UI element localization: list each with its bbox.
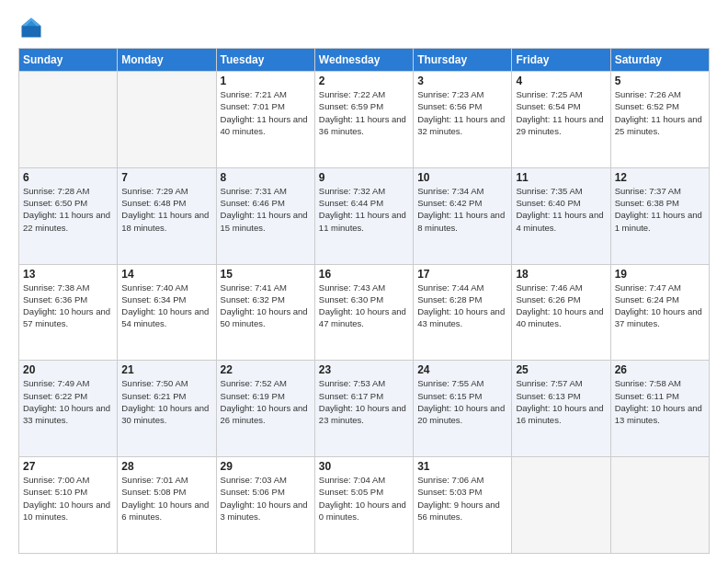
day-number: 3: [417, 75, 507, 87]
calendar-cell: 20Sunrise: 7:49 AMSunset: 6:22 PMDayligh…: [19, 361, 118, 457]
day-number: 10: [417, 171, 507, 184]
calendar-cell: 13Sunrise: 7:38 AMSunset: 6:36 PMDayligh…: [19, 264, 118, 361]
calendar-cell: 4Sunrise: 7:25 AMSunset: 6:54 PMDaylight…: [512, 72, 610, 168]
day-number: 9: [319, 171, 409, 184]
calendar-cell: 30Sunrise: 7:04 AMSunset: 5:05 PMDayligh…: [314, 457, 413, 554]
day-number: 25: [516, 363, 606, 376]
calendar-cell: 28Sunrise: 7:01 AMSunset: 5:08 PMDayligh…: [118, 457, 216, 554]
day-number: 2: [319, 75, 409, 87]
day-info: Sunrise: 7:35 AMSunset: 6:40 PMDaylight:…: [516, 185, 606, 234]
day-number: 21: [121, 363, 211, 376]
calendar-cell: 21Sunrise: 7:50 AMSunset: 6:21 PMDayligh…: [118, 361, 216, 457]
calendar-cell: 12Sunrise: 7:37 AMSunset: 6:38 PMDayligh…: [610, 167, 709, 264]
day-of-week-row: SundayMondayTuesdayWednesdayThursdayFrid…: [19, 49, 710, 72]
day-number: 15: [221, 268, 311, 281]
day-number: 1: [221, 75, 311, 87]
calendar-cell: 17Sunrise: 7:44 AMSunset: 6:28 PMDayligh…: [414, 264, 512, 361]
day-info: Sunrise: 7:22 AMSunset: 6:59 PMDaylight:…: [319, 88, 409, 137]
day-header-saturday: Saturday: [610, 49, 709, 72]
day-number: 30: [319, 460, 409, 473]
day-info: Sunrise: 7:46 AMSunset: 6:26 PMDaylight:…: [516, 282, 606, 330]
day-info: Sunrise: 7:06 AMSunset: 5:03 PMDaylight:…: [417, 474, 507, 523]
day-number: 12: [615, 171, 705, 184]
day-number: 27: [23, 460, 113, 473]
calendar-cell: [512, 457, 610, 554]
calendar-cell: 26Sunrise: 7:58 AMSunset: 6:11 PMDayligh…: [610, 361, 709, 457]
day-info: Sunrise: 7:23 AMSunset: 6:56 PMDaylight:…: [417, 88, 507, 137]
day-info: Sunrise: 7:49 AMSunset: 6:22 PMDaylight:…: [23, 377, 113, 426]
day-info: Sunrise: 7:00 AMSunset: 5:10 PMDaylight:…: [23, 474, 113, 523]
day-info: Sunrise: 7:03 AMSunset: 5:06 PMDaylight:…: [221, 474, 311, 523]
calendar-week-1: 1Sunrise: 7:21 AMSunset: 7:01 PMDaylight…: [19, 72, 710, 168]
calendar-cell: 1Sunrise: 7:21 AMSunset: 7:01 PMDaylight…: [216, 72, 314, 168]
day-info: Sunrise: 7:37 AMSunset: 6:38 PMDaylight:…: [615, 185, 705, 234]
day-info: Sunrise: 7:38 AMSunset: 6:36 PMDaylight:…: [23, 282, 113, 330]
day-info: Sunrise: 7:44 AMSunset: 6:28 PMDaylight:…: [417, 282, 507, 330]
calendar-cell: [118, 72, 216, 168]
calendar-cell: 8Sunrise: 7:31 AMSunset: 6:46 PMDaylight…: [216, 167, 314, 264]
calendar-cell: 29Sunrise: 7:03 AMSunset: 5:06 PMDayligh…: [216, 457, 314, 554]
day-number: 17: [417, 268, 507, 281]
day-info: Sunrise: 7:53 AMSunset: 6:17 PMDaylight:…: [319, 377, 409, 426]
day-number: 20: [23, 363, 113, 376]
page: SundayMondayTuesdayWednesdayThursdayFrid…: [0, 0, 728, 563]
day-number: 13: [23, 268, 113, 281]
calendar-cell: 27Sunrise: 7:00 AMSunset: 5:10 PMDayligh…: [19, 457, 118, 554]
calendar-cell: 15Sunrise: 7:41 AMSunset: 6:32 PMDayligh…: [216, 264, 314, 361]
day-info: Sunrise: 7:41 AMSunset: 6:32 PMDaylight:…: [221, 282, 311, 330]
calendar-cell: 3Sunrise: 7:23 AMSunset: 6:56 PMDaylight…: [414, 72, 512, 168]
day-info: Sunrise: 7:01 AMSunset: 5:08 PMDaylight:…: [121, 474, 211, 523]
day-info: Sunrise: 7:04 AMSunset: 5:05 PMDaylight:…: [319, 474, 409, 523]
day-number: 23: [319, 363, 409, 376]
calendar-cell: 23Sunrise: 7:53 AMSunset: 6:17 PMDayligh…: [314, 361, 413, 457]
day-info: Sunrise: 7:55 AMSunset: 6:15 PMDaylight:…: [417, 377, 507, 426]
calendar-week-3: 13Sunrise: 7:38 AMSunset: 6:36 PMDayligh…: [19, 264, 710, 361]
day-number: 8: [221, 171, 311, 184]
day-number: 11: [516, 171, 606, 184]
day-info: Sunrise: 7:47 AMSunset: 6:24 PMDaylight:…: [615, 282, 705, 330]
calendar-cell: 11Sunrise: 7:35 AMSunset: 6:40 PMDayligh…: [512, 167, 610, 264]
day-number: 14: [121, 268, 211, 281]
calendar-cell: 16Sunrise: 7:43 AMSunset: 6:30 PMDayligh…: [314, 264, 413, 361]
calendar-cell: 31Sunrise: 7:06 AMSunset: 5:03 PMDayligh…: [414, 457, 512, 554]
calendar-cell: 5Sunrise: 7:26 AMSunset: 6:52 PMDaylight…: [610, 72, 709, 168]
day-info: Sunrise: 7:52 AMSunset: 6:19 PMDaylight:…: [221, 377, 311, 426]
day-header-monday: Monday: [118, 49, 216, 72]
calendar-cell: 24Sunrise: 7:55 AMSunset: 6:15 PMDayligh…: [414, 361, 512, 457]
day-info: Sunrise: 7:43 AMSunset: 6:30 PMDaylight:…: [319, 282, 409, 330]
day-number: 4: [516, 75, 606, 87]
day-number: 19: [615, 268, 705, 281]
calendar-cell: 19Sunrise: 7:47 AMSunset: 6:24 PMDayligh…: [610, 264, 709, 361]
logo: [18, 15, 48, 40]
calendar-week-4: 20Sunrise: 7:49 AMSunset: 6:22 PMDayligh…: [19, 361, 710, 457]
calendar-week-2: 6Sunrise: 7:28 AMSunset: 6:50 PMDaylight…: [19, 167, 710, 264]
day-info: Sunrise: 7:50 AMSunset: 6:21 PMDaylight:…: [121, 377, 211, 426]
day-header-friday: Friday: [512, 49, 610, 72]
day-info: Sunrise: 7:31 AMSunset: 6:46 PMDaylight:…: [221, 185, 311, 234]
day-number: 6: [23, 171, 113, 184]
day-number: 16: [319, 268, 409, 281]
day-number: 5: [615, 75, 705, 87]
day-number: 28: [121, 460, 211, 473]
day-info: Sunrise: 7:40 AMSunset: 6:34 PMDaylight:…: [121, 282, 211, 330]
logo-icon: [18, 15, 44, 40]
day-info: Sunrise: 7:57 AMSunset: 6:13 PMDaylight:…: [516, 377, 606, 426]
day-header-thursday: Thursday: [414, 49, 512, 72]
calendar-cell: 2Sunrise: 7:22 AMSunset: 6:59 PMDaylight…: [314, 72, 413, 168]
day-number: 18: [516, 268, 606, 281]
day-info: Sunrise: 7:25 AMSunset: 6:54 PMDaylight:…: [516, 88, 606, 137]
header: [18, 15, 710, 40]
calendar-cell: 18Sunrise: 7:46 AMSunset: 6:26 PMDayligh…: [512, 264, 610, 361]
calendar-cell: [610, 457, 709, 554]
day-number: 31: [417, 460, 507, 473]
calendar-cell: 22Sunrise: 7:52 AMSunset: 6:19 PMDayligh…: [216, 361, 314, 457]
day-number: 29: [221, 460, 311, 473]
calendar-week-5: 27Sunrise: 7:00 AMSunset: 5:10 PMDayligh…: [19, 457, 710, 554]
calendar-cell: 10Sunrise: 7:34 AMSunset: 6:42 PMDayligh…: [414, 167, 512, 264]
calendar-body: 1Sunrise: 7:21 AMSunset: 7:01 PMDaylight…: [19, 72, 710, 554]
day-info: Sunrise: 7:26 AMSunset: 6:52 PMDaylight:…: [615, 88, 705, 137]
day-header-tuesday: Tuesday: [216, 49, 314, 72]
calendar-cell: 9Sunrise: 7:32 AMSunset: 6:44 PMDaylight…: [314, 167, 413, 264]
calendar-cell: 6Sunrise: 7:28 AMSunset: 6:50 PMDaylight…: [19, 167, 118, 264]
day-number: 7: [121, 171, 211, 184]
